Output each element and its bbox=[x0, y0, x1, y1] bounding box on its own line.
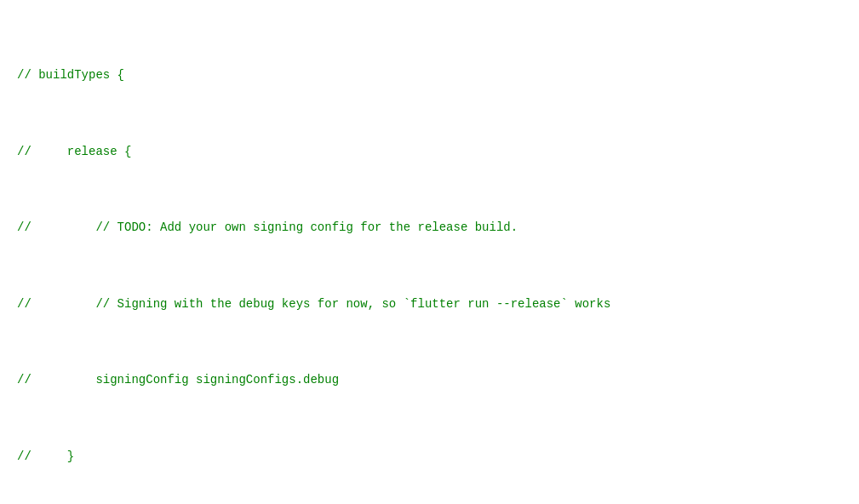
code-line-6: // } bbox=[0, 447, 859, 466]
code-comment: // } bbox=[17, 447, 74, 466]
code-comment: // // TODO: Add your own signing config … bbox=[17, 218, 518, 237]
code-comment: // release { bbox=[17, 142, 131, 161]
code-line-1: // buildTypes { bbox=[0, 66, 859, 84]
code-comment: // signingConfig signingConfigs.debug bbox=[17, 370, 339, 389]
code-line-3: // // TODO: Add your own signing config … bbox=[0, 218, 859, 237]
code-line-5: // signingConfig signingConfigs.debug bbox=[0, 370, 859, 389]
code-comment: // // Signing with the debug keys for no… bbox=[17, 295, 610, 313]
code-editor: // buildTypes { // release { // // TODO:… bbox=[0, 0, 859, 504]
code-line-2: // release { bbox=[0, 142, 859, 161]
code-line-4: // // Signing with the debug keys for no… bbox=[0, 295, 859, 313]
code-comment: // buildTypes { bbox=[17, 66, 124, 84]
